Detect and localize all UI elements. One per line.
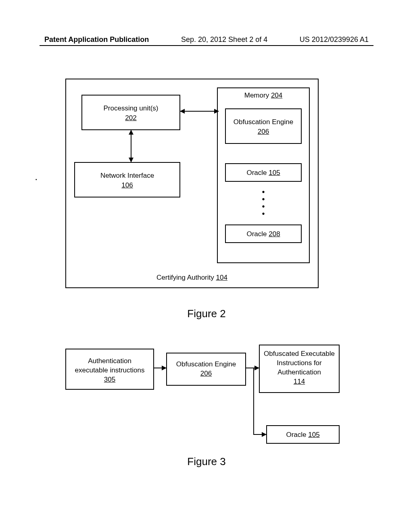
memory-ref: 204 bbox=[271, 91, 282, 99]
header-publication: Patent Application Publication bbox=[44, 35, 149, 44]
connector-line bbox=[246, 368, 253, 368]
obf-inst-l3: Authentication bbox=[277, 368, 321, 376]
oracle-box-208: Oracle 208 bbox=[225, 224, 302, 243]
oracle-208-ref: 208 bbox=[269, 230, 280, 238]
auth-ref: 305 bbox=[104, 376, 115, 383]
oracle-box-f3: Oracle 105 bbox=[266, 425, 340, 444]
figure-3-title: Figure 3 bbox=[0, 455, 413, 468]
oracle-208-label: Oracle bbox=[246, 230, 267, 238]
auth-line1: Authentication bbox=[88, 357, 131, 365]
obfuscated-instructions-box: Obfuscated Executable Instructions for A… bbox=[259, 345, 340, 393]
certifying-authority-label: Certifying Authority 104 bbox=[66, 274, 318, 282]
bidirectional-arrow-icon bbox=[180, 111, 219, 112]
processing-units-label: Processing unit(s) bbox=[103, 104, 158, 112]
auth-instructions-box: Authentication executable instructions 3… bbox=[65, 349, 154, 390]
auth-line2: executable instructions bbox=[75, 366, 145, 374]
oracle-105-label: Oracle bbox=[246, 169, 267, 177]
memory-label: Memory bbox=[244, 91, 269, 99]
oracle-f3-ref: 105 bbox=[308, 431, 319, 438]
figure-2-title: Figure 2 bbox=[0, 308, 413, 320]
processing-units-box: Processing unit(s) 202 bbox=[81, 95, 180, 130]
arrow-icon bbox=[253, 434, 266, 435]
obfuscation-engine-ref: 206 bbox=[258, 128, 269, 135]
obfuscation-engine-box-f3: Obfuscation Engine 206 bbox=[166, 353, 246, 386]
obf-inst-l2: Instructions for bbox=[277, 359, 322, 367]
page-header: Patent Application Publication Sep. 20, … bbox=[0, 35, 413, 44]
obf-inst-ref: 114 bbox=[294, 378, 305, 385]
oracle-box-105: Oracle 105 bbox=[225, 163, 302, 182]
bidirectional-arrow-icon bbox=[131, 130, 131, 162]
obfuscation-engine-label: Obfuscation Engine bbox=[234, 118, 293, 126]
obfuscation-engine-box: Obfuscation Engine 206 bbox=[225, 108, 302, 144]
obf-inst-l1: Obfuscated Executable bbox=[264, 350, 335, 357]
network-interface-label: Network Interface bbox=[100, 172, 154, 179]
memory-title: Memory 204 bbox=[218, 88, 309, 100]
ca-ref: 104 bbox=[216, 274, 227, 281]
ellipsis-dots-icon: •••• bbox=[218, 188, 309, 217]
network-interface-box: Network Interface 106 bbox=[74, 162, 180, 197]
arrow-icon bbox=[154, 368, 166, 368]
stray-mark: • bbox=[35, 177, 37, 182]
ca-text: Certifying Authority bbox=[156, 274, 214, 281]
obf-f3-label: Obfuscation Engine bbox=[176, 360, 236, 368]
arrow-icon bbox=[253, 368, 259, 368]
figure-2-diagram: Processing unit(s) 202 Network Interface… bbox=[65, 79, 319, 288]
obf-f3-ref: 206 bbox=[200, 370, 212, 377]
network-interface-ref: 106 bbox=[121, 181, 133, 189]
oracle-f3-label: Oracle bbox=[286, 431, 306, 438]
header-sheet-info: Sep. 20, 2012 Sheet 2 of 4 bbox=[181, 35, 267, 44]
header-divider bbox=[40, 45, 373, 46]
header-patent-number: US 2012/0239926 A1 bbox=[300, 35, 369, 44]
memory-box: Memory 204 Obfuscation Engine 206 Oracle… bbox=[217, 87, 310, 263]
processing-units-ref: 202 bbox=[125, 114, 136, 122]
oracle-105-ref: 105 bbox=[269, 169, 280, 177]
connector-line bbox=[253, 368, 254, 434]
